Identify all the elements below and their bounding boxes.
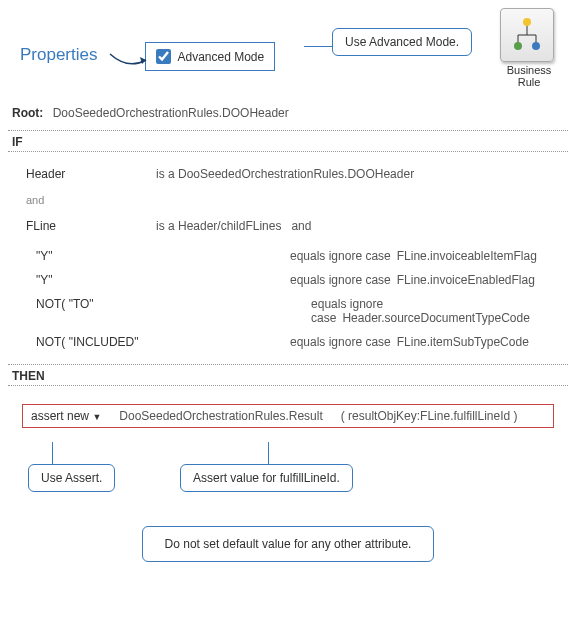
callout-connector bbox=[52, 442, 53, 464]
sc-right: equals ignore caseHeader.sourceDocumentT… bbox=[311, 297, 564, 325]
condition-row: Header is a DooSeededOrchestrationRules.… bbox=[26, 160, 564, 188]
lower-callouts: Use Assert. Assert value for fulfillLine… bbox=[0, 446, 576, 506]
advanced-mode-label: Advanced Mode bbox=[177, 50, 264, 64]
sc-right: equals ignore caseFLine.invoiceableItemF… bbox=[290, 249, 537, 263]
sc-right: equals ignore caseFLine.invoiceEnabledFl… bbox=[290, 273, 535, 287]
sc-left: "Y" bbox=[36, 273, 290, 287]
subcond-row: NOT( "INCLUDED" equals ignore caseFLine.… bbox=[36, 330, 564, 354]
advanced-mode-container: Advanced Mode bbox=[145, 42, 275, 71]
sc-right: equals ignore caseFLine.itemSubTypeCode bbox=[290, 335, 529, 349]
then-block: assert new ▼ DooSeededOrchestrationRules… bbox=[0, 386, 576, 446]
condition-row: FLine is a Header/childFLines and bbox=[26, 212, 564, 240]
root-row: Root: DooSeededOrchestrationRules.DOOHea… bbox=[0, 100, 576, 130]
root-value: DooSeededOrchestrationRules.DOOHeader bbox=[53, 106, 289, 120]
root-label: Root: bbox=[12, 106, 43, 120]
if-label: IF bbox=[0, 131, 576, 151]
business-rule-icon bbox=[500, 8, 554, 62]
properties-heading: Properties bbox=[20, 45, 97, 65]
sc-left: NOT( "TO" bbox=[36, 297, 311, 325]
callout-no-default: Do not set default value for any other a… bbox=[142, 526, 435, 562]
callout-use-assert: Use Assert. bbox=[28, 464, 115, 492]
subcond-row: NOT( "TO" equals ignore caseHeader.sourc… bbox=[36, 292, 564, 330]
callout-advanced-mode: Use Advanced Mode. bbox=[332, 28, 472, 56]
then-label: THEN bbox=[0, 365, 576, 385]
header-row: Properties Advanced Mode Use Advanced Mo… bbox=[0, 0, 576, 100]
cond-predicate: is a Header/childFLines and bbox=[156, 219, 311, 233]
subcond-row: "Y" equals ignore caseFLine.invoiceEnabl… bbox=[36, 268, 564, 292]
arrow-icon bbox=[108, 52, 152, 72]
subcond-row: "Y" equals ignore caseFLine.invoiceableI… bbox=[36, 244, 564, 268]
callout-connector bbox=[268, 442, 269, 464]
callout-fulfill: Assert value for fulfillLineId. bbox=[180, 464, 353, 492]
sub-conditions: "Y" equals ignore caseFLine.invoiceableI… bbox=[0, 244, 576, 364]
svg-point-6 bbox=[532, 42, 540, 50]
callout-connector bbox=[304, 46, 332, 47]
chevron-down-icon: ▼ bbox=[92, 412, 101, 422]
cond-predicate: is a DooSeededOrchestrationRules.DOOHead… bbox=[156, 167, 414, 181]
assert-dropdown[interactable]: assert new ▼ bbox=[31, 409, 101, 423]
sc-left: NOT( "INCLUDED" bbox=[36, 335, 290, 349]
if-conditions: Header is a DooSeededOrchestrationRules.… bbox=[0, 152, 576, 244]
bottom-callout-wrap: Do not set default value for any other a… bbox=[0, 506, 576, 574]
svg-point-4 bbox=[523, 18, 531, 26]
svg-point-5 bbox=[514, 42, 522, 50]
and-label: and bbox=[26, 188, 564, 212]
sc-left: "Y" bbox=[36, 249, 290, 263]
assert-args[interactable]: ( resultObjKey:FLine.fulfillLineId ) bbox=[341, 409, 518, 423]
cond-subject: FLine bbox=[26, 219, 156, 233]
assert-row: assert new ▼ DooSeededOrchestrationRules… bbox=[22, 404, 554, 428]
business-rule-tile[interactable]: Business Rule bbox=[500, 8, 558, 88]
advanced-mode-checkbox[interactable] bbox=[156, 49, 171, 64]
cond-subject: Header bbox=[26, 167, 156, 181]
business-rule-label: Business Rule bbox=[500, 64, 558, 88]
assert-class[interactable]: DooSeededOrchestrationRules.Result bbox=[119, 409, 322, 423]
